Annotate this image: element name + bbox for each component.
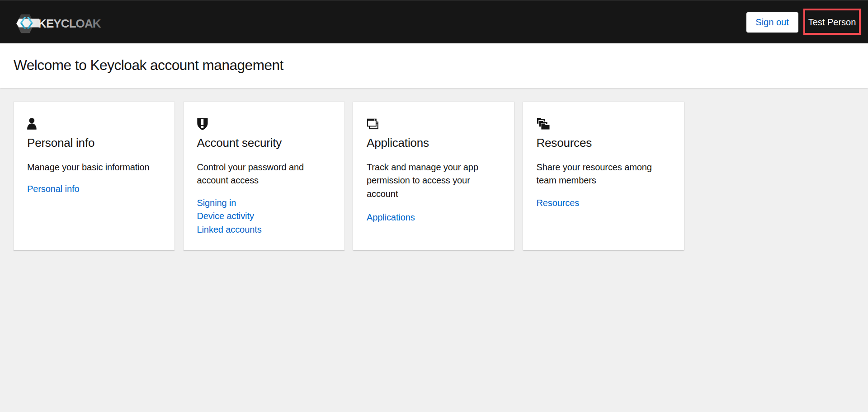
svg-text:KEYCLOAK: KEYCLOAK bbox=[38, 17, 101, 30]
